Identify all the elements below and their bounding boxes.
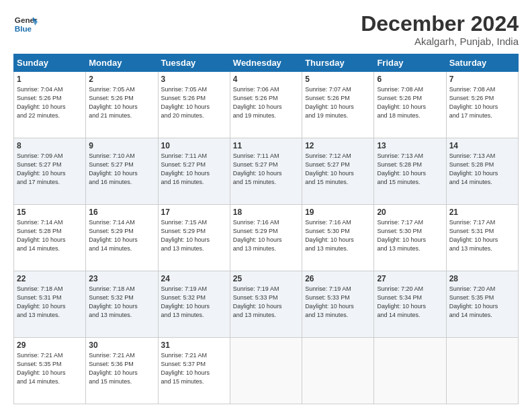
calendar-cell: 26Sunrise: 7:19 AM Sunset: 5:33 PM Dayli… — [302, 271, 374, 338]
day-number: 3 — [161, 75, 227, 84]
day-info: Sunrise: 7:14 AM Sunset: 5:29 PM Dayligh… — [89, 218, 154, 253]
day-info: Sunrise: 7:08 AM Sunset: 5:26 PM Dayligh… — [449, 85, 515, 120]
svg-text:Blue: Blue — [15, 24, 32, 33]
day-number: 23 — [89, 274, 154, 283]
calendar-cell: 3Sunrise: 7:05 AM Sunset: 5:26 PM Daylig… — [158, 72, 230, 138]
calendar-cell: 13Sunrise: 7:13 AM Sunset: 5:28 PM Dayli… — [374, 138, 446, 205]
calendar-cell: 8Sunrise: 7:09 AM Sunset: 5:27 PM Daylig… — [14, 138, 86, 205]
logo-icon: General Blue — [13, 12, 38, 36]
calendar-cell: 5Sunrise: 7:07 AM Sunset: 5:26 PM Daylig… — [302, 72, 374, 138]
location: Akalgarh, Punjab, India — [361, 36, 519, 47]
day-info: Sunrise: 7:16 AM Sunset: 5:29 PM Dayligh… — [233, 218, 299, 253]
day-number: 5 — [305, 75, 371, 84]
day-info: Sunrise: 7:18 AM Sunset: 5:32 PM Dayligh… — [89, 285, 154, 320]
day-number: 17 — [161, 208, 227, 217]
day-info: Sunrise: 7:19 AM Sunset: 5:33 PM Dayligh… — [305, 285, 371, 320]
day-number: 13 — [377, 141, 443, 150]
day-info: Sunrise: 7:21 AM Sunset: 5:36 PM Dayligh… — [89, 351, 154, 386]
col-wednesday: Wednesday — [230, 54, 302, 72]
calendar-cell: 27Sunrise: 7:20 AM Sunset: 5:34 PM Dayli… — [374, 271, 446, 338]
header: General Blue December 2024 Akalgarh, Pun… — [13, 12, 519, 47]
calendar-cell: 11Sunrise: 7:11 AM Sunset: 5:27 PM Dayli… — [230, 138, 302, 205]
calendar-cell: 7Sunrise: 7:08 AM Sunset: 5:26 PM Daylig… — [446, 72, 518, 138]
day-info: Sunrise: 7:16 AM Sunset: 5:30 PM Dayligh… — [305, 218, 371, 253]
day-number: 14 — [449, 141, 515, 150]
calendar-cell — [230, 338, 302, 404]
calendar-cell: 23Sunrise: 7:18 AM Sunset: 5:32 PM Dayli… — [86, 271, 158, 338]
logo: General Blue — [13, 12, 38, 36]
day-number: 20 — [377, 208, 443, 217]
calendar-cell: 6Sunrise: 7:08 AM Sunset: 5:26 PM Daylig… — [374, 72, 446, 138]
title-block: December 2024 Akalgarh, Punjab, India — [361, 12, 519, 47]
calendar-cell: 4Sunrise: 7:06 AM Sunset: 5:26 PM Daylig… — [230, 72, 302, 138]
day-number: 31 — [161, 340, 227, 350]
day-number: 25 — [233, 274, 299, 283]
day-info: Sunrise: 7:21 AM Sunset: 5:35 PM Dayligh… — [17, 351, 83, 386]
calendar-week-1: 1Sunrise: 7:04 AM Sunset: 5:26 PM Daylig… — [14, 72, 519, 138]
calendar-cell — [446, 338, 518, 404]
day-info: Sunrise: 7:15 AM Sunset: 5:29 PM Dayligh… — [161, 218, 227, 253]
col-thursday: Thursday — [302, 54, 374, 72]
calendar-cell: 15Sunrise: 7:14 AM Sunset: 5:28 PM Dayli… — [14, 205, 86, 271]
calendar-cell: 24Sunrise: 7:19 AM Sunset: 5:32 PM Dayli… — [158, 271, 230, 338]
day-info: Sunrise: 7:21 AM Sunset: 5:37 PM Dayligh… — [161, 351, 227, 386]
calendar-cell: 22Sunrise: 7:18 AM Sunset: 5:31 PM Dayli… — [14, 271, 86, 338]
calendar-cell: 31Sunrise: 7:21 AM Sunset: 5:37 PM Dayli… — [158, 338, 230, 404]
header-row: Sunday Monday Tuesday Wednesday Thursday… — [14, 54, 519, 72]
day-number: 18 — [233, 208, 299, 217]
day-number: 10 — [161, 141, 227, 150]
day-info: Sunrise: 7:07 AM Sunset: 5:26 PM Dayligh… — [305, 85, 371, 120]
calendar-cell: 18Sunrise: 7:16 AM Sunset: 5:29 PM Dayli… — [230, 205, 302, 271]
day-info: Sunrise: 7:14 AM Sunset: 5:28 PM Dayligh… — [17, 218, 83, 253]
calendar-table: Sunday Monday Tuesday Wednesday Thursday… — [13, 54, 519, 404]
day-info: Sunrise: 7:11 AM Sunset: 5:27 PM Dayligh… — [161, 152, 227, 187]
calendar-cell: 19Sunrise: 7:16 AM Sunset: 5:30 PM Dayli… — [302, 205, 374, 271]
calendar-page: General Blue December 2024 Akalgarh, Pun… — [0, 0, 532, 411]
col-saturday: Saturday — [446, 54, 518, 72]
day-number: 22 — [17, 274, 83, 283]
day-number: 28 — [449, 274, 515, 283]
day-info: Sunrise: 7:05 AM Sunset: 5:26 PM Dayligh… — [161, 85, 227, 120]
day-info: Sunrise: 7:08 AM Sunset: 5:26 PM Dayligh… — [377, 85, 443, 120]
calendar-cell: 29Sunrise: 7:21 AM Sunset: 5:35 PM Dayli… — [14, 338, 86, 404]
day-number: 8 — [17, 141, 83, 150]
day-number: 27 — [377, 274, 443, 283]
day-info: Sunrise: 7:13 AM Sunset: 5:28 PM Dayligh… — [449, 152, 515, 187]
calendar-week-3: 15Sunrise: 7:14 AM Sunset: 5:28 PM Dayli… — [14, 205, 519, 271]
day-number: 11 — [233, 141, 299, 150]
calendar-cell — [374, 338, 446, 404]
day-info: Sunrise: 7:20 AM Sunset: 5:35 PM Dayligh… — [449, 285, 515, 320]
calendar-cell: 21Sunrise: 7:17 AM Sunset: 5:31 PM Dayli… — [446, 205, 518, 271]
day-info: Sunrise: 7:18 AM Sunset: 5:31 PM Dayligh… — [17, 285, 83, 320]
day-number: 16 — [89, 208, 154, 217]
day-info: Sunrise: 7:09 AM Sunset: 5:27 PM Dayligh… — [17, 152, 83, 187]
calendar-cell: 20Sunrise: 7:17 AM Sunset: 5:30 PM Dayli… — [374, 205, 446, 271]
day-number: 12 — [305, 141, 371, 150]
day-info: Sunrise: 7:20 AM Sunset: 5:34 PM Dayligh… — [377, 285, 443, 320]
day-info: Sunrise: 7:17 AM Sunset: 5:30 PM Dayligh… — [377, 218, 443, 253]
day-number: 26 — [305, 274, 371, 283]
calendar-week-5: 29Sunrise: 7:21 AM Sunset: 5:35 PM Dayli… — [14, 338, 519, 404]
day-number: 6 — [377, 75, 443, 84]
day-number: 29 — [17, 340, 83, 350]
day-info: Sunrise: 7:05 AM Sunset: 5:26 PM Dayligh… — [89, 85, 154, 120]
calendar-cell: 10Sunrise: 7:11 AM Sunset: 5:27 PM Dayli… — [158, 138, 230, 205]
day-info: Sunrise: 7:17 AM Sunset: 5:31 PM Dayligh… — [449, 218, 515, 253]
calendar-cell: 12Sunrise: 7:12 AM Sunset: 5:27 PM Dayli… — [302, 138, 374, 205]
calendar-cell: 28Sunrise: 7:20 AM Sunset: 5:35 PM Dayli… — [446, 271, 518, 338]
day-info: Sunrise: 7:19 AM Sunset: 5:33 PM Dayligh… — [233, 285, 299, 320]
calendar-week-4: 22Sunrise: 7:18 AM Sunset: 5:31 PM Dayli… — [14, 271, 519, 338]
day-number: 21 — [449, 208, 515, 217]
day-number: 7 — [449, 75, 515, 84]
col-monday: Monday — [86, 54, 158, 72]
day-info: Sunrise: 7:12 AM Sunset: 5:27 PM Dayligh… — [305, 152, 371, 187]
day-number: 4 — [233, 75, 299, 84]
col-friday: Friday — [374, 54, 446, 72]
month-title: December 2024 — [361, 12, 519, 36]
day-number: 30 — [89, 340, 154, 350]
day-info: Sunrise: 7:13 AM Sunset: 5:28 PM Dayligh… — [377, 152, 443, 187]
day-number: 9 — [89, 141, 154, 150]
col-sunday: Sunday — [14, 54, 86, 72]
calendar-cell: 25Sunrise: 7:19 AM Sunset: 5:33 PM Dayli… — [230, 271, 302, 338]
day-number: 1 — [17, 75, 83, 84]
